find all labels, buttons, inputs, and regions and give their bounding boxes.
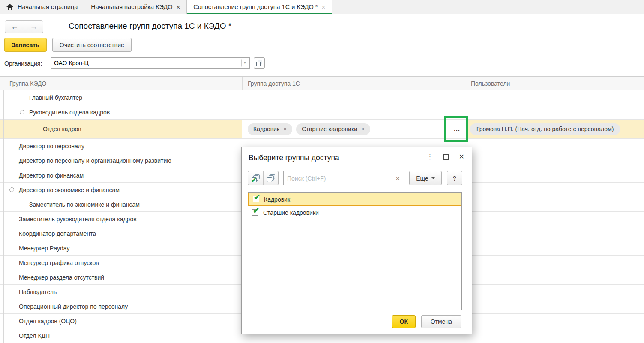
choose-groups-button[interactable]: ...: [448, 126, 466, 132]
row-label: Отдел КДП: [0, 332, 50, 339]
organization-input[interactable]: [51, 58, 240, 68]
item-label: Кадровик: [264, 196, 290, 203]
organization-label: Организация:: [4, 60, 42, 67]
checkbox[interactable]: ✔: [253, 196, 259, 202]
users-cell: [466, 226, 644, 241]
tab-close-icon[interactable]: ×: [177, 4, 180, 10]
dialog-title: Выберите группы доступа: [249, 153, 339, 162]
tags-container: Кадровик×Старшие кадровики×: [242, 123, 448, 135]
kedo-group-cell: Менеджер Payday: [0, 241, 242, 255]
kedo-group-cell: Координатор департамента: [0, 226, 242, 241]
tab-label: Начальная настройка КЭДО: [91, 3, 172, 10]
tag-label: Кадровик: [253, 126, 279, 132]
users-cell: [466, 270, 644, 284]
table-row[interactable]: Отдел кадровКадровик×Старшие кадровики×.…: [0, 120, 644, 139]
item-label: Старшие кадровики: [263, 209, 319, 216]
command-bar: Записать Очистить соответствие: [4, 38, 132, 52]
kedo-group-cell: Отдел кадров: [0, 120, 242, 138]
access-groups-list: ✔Кадровик✔Старшие кадровики: [248, 192, 462, 310]
checkbox[interactable]: ✔: [252, 209, 258, 216]
row-label: Главный бухгалтер: [0, 94, 82, 101]
back-button[interactable]: ←: [5, 21, 24, 33]
tab-close-icon[interactable]: ×: [321, 4, 325, 10]
dialog-titlebar-icons: ⋮ ✕: [427, 153, 464, 160]
ok-button[interactable]: ОК: [392, 315, 416, 328]
collapse-icon[interactable]: [9, 187, 14, 192]
tab-home[interactable]: Начальная страница: [0, 0, 84, 14]
column-header-users: Пользователи: [466, 77, 644, 90]
tag-remove-icon[interactable]: ×: [283, 126, 287, 132]
dropdown-arrow-icon[interactable]: ▼: [241, 60, 248, 67]
table-row[interactable]: Главный бухгалтер: [0, 90, 644, 105]
row-label: Операционный директор по персоналу: [0, 303, 128, 310]
tab-kedo-setup[interactable]: Начальная настройка КЭДО ×: [84, 0, 187, 14]
column-header-1c-access-group: Группа доступа 1С: [242, 77, 466, 90]
dialog-footer: ОК Отмена: [392, 315, 461, 328]
access-group-cell[interactable]: Кадровик×Старшие кадровики×...: [242, 120, 466, 138]
collapse-icon[interactable]: [20, 110, 24, 114]
tag-remove-icon[interactable]: ×: [361, 126, 365, 132]
open-organization-button[interactable]: [254, 57, 265, 69]
check-icon: ✔: [254, 193, 260, 202]
users-cell: [466, 314, 644, 328]
row-label: Отдел кадров: [0, 126, 81, 132]
check-icon: ✔: [253, 206, 259, 215]
row-label: Директор по финансам: [0, 172, 84, 179]
access-group-cell[interactable]: [242, 105, 466, 119]
more-button[interactable]: Еще: [409, 171, 442, 185]
kedo-group-cell: Директор по персоналу и организационному…: [0, 153, 242, 168]
cancel-button[interactable]: Отмена: [421, 315, 461, 328]
row-label: Менеджер раздела отсутствий: [0, 274, 104, 281]
clear-mapping-button[interactable]: Очистить соответствие: [52, 38, 132, 52]
row-label: Менеджер графика отпусков: [0, 259, 99, 266]
dialog-toolbar: ✔ × Еще ?: [248, 171, 462, 185]
users-cell: [466, 90, 644, 105]
users-cell: [466, 299, 644, 313]
uncheck-all-icon: [267, 174, 275, 182]
maximize-icon[interactable]: [443, 154, 449, 160]
kedo-group-cell: Отдел кадров (ОЦО): [0, 314, 242, 328]
users-cell: [466, 168, 644, 182]
column-header-kedo-group: Группа КЭДО: [0, 77, 242, 90]
users-cell: [466, 105, 644, 119]
search-input[interactable]: [284, 172, 392, 185]
kedo-group-cell: Главный бухгалтер: [0, 90, 242, 105]
row-label: Руководитель отдела кадров: [0, 109, 110, 116]
user-chip: Громова Н.П. (Нач. отд. по работе с перс…: [470, 123, 620, 135]
organization-combo: ▼: [51, 57, 250, 69]
page-title: Сопоставление групп доступа 1С и КЭДО *: [69, 21, 231, 31]
set-all-flags-button[interactable]: ✔: [248, 172, 263, 185]
close-icon[interactable]: ✕: [459, 153, 464, 160]
search-box: ×: [283, 171, 404, 185]
row-label: Директор по персоналу: [0, 143, 84, 150]
clear-all-flags-button[interactable]: [263, 172, 278, 185]
row-label: Координатор департамента: [0, 230, 96, 237]
table-left-border: [3, 90, 4, 343]
search-clear-icon[interactable]: ×: [392, 172, 404, 185]
tab-group-mapping[interactable]: Сопоставление групп доступа 1С и КЭДО * …: [187, 0, 332, 14]
tag-label: Старшие кадровики: [302, 126, 357, 132]
save-button[interactable]: Записать: [4, 38, 47, 52]
access-group-cell[interactable]: [242, 90, 466, 105]
dialog-list-item[interactable]: ✔Старшие кадровики: [248, 206, 461, 219]
table-header: Группа КЭДО Группа доступа 1С Пользовате…: [0, 76, 644, 90]
home-icon: [6, 4, 13, 10]
table-row[interactable]: Руководитель отдела кадров: [0, 105, 644, 120]
row-label: Отдел кадров (ОЦО): [0, 318, 77, 325]
kedo-group-cell: Заместитель руководителя отдела кадров: [0, 212, 242, 226]
forward-button[interactable]: →: [24, 21, 43, 33]
access-group-tag: Кадровик×: [248, 123, 292, 135]
kedo-group-cell: Наблюдатель: [0, 285, 242, 299]
kedo-group-cell: Директор по финансам: [0, 168, 242, 182]
users-cell: [466, 212, 644, 226]
kebab-menu-icon[interactable]: ⋮: [427, 153, 434, 160]
users-cell: [466, 285, 644, 299]
chevron-down-icon: [431, 177, 435, 179]
help-button[interactable]: ?: [447, 171, 462, 185]
row-label: Заместитель руководителя отдела кадров: [0, 216, 137, 223]
dialog-list-item[interactable]: ✔Кадровик: [248, 193, 461, 206]
row-label: Директор по персоналу и организационному…: [0, 157, 171, 164]
kedo-group-cell: Менеджер раздела отсутствий: [0, 270, 242, 284]
users-cell: [466, 197, 644, 211]
kedo-group-cell: Операционный директор по персоналу: [0, 299, 242, 313]
